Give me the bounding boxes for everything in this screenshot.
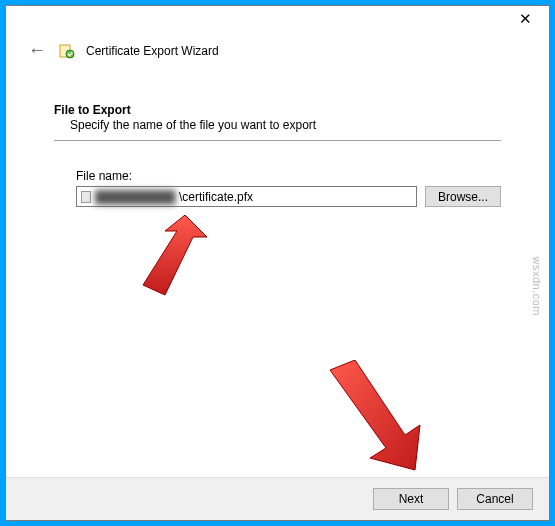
- browse-button[interactable]: Browse...: [425, 186, 501, 207]
- wizard-content: File to Export Specify the name of the f…: [6, 73, 549, 477]
- file-path-visible: \certificate.pfx: [179, 190, 253, 204]
- divider: [54, 140, 501, 141]
- back-arrow-icon[interactable]: ←: [26, 38, 48, 63]
- titlebar: ✕: [6, 6, 549, 32]
- wizard-window: ✕ ← Certificate Export Wizard File to Ex…: [5, 5, 550, 521]
- file-field-row: ██████████\certificate.pfx Browse...: [76, 186, 501, 207]
- wizard-footer: Next Cancel: [6, 477, 549, 520]
- file-path-hidden: ██████████: [95, 190, 175, 204]
- file-name-input[interactable]: ██████████\certificate.pfx: [76, 186, 417, 207]
- file-icon: [81, 191, 91, 203]
- watermark: wsxdn.com: [531, 256, 543, 316]
- next-button[interactable]: Next: [373, 488, 449, 510]
- wizard-title: Certificate Export Wizard: [86, 44, 219, 58]
- section-title: File to Export: [54, 103, 501, 117]
- section-subtitle: Specify the name of the file you want to…: [54, 118, 501, 132]
- cancel-button[interactable]: Cancel: [457, 488, 533, 510]
- file-name-label: File name:: [76, 169, 501, 183]
- svg-point-1: [66, 50, 74, 58]
- wizard-header: ← Certificate Export Wizard: [6, 32, 549, 73]
- close-button[interactable]: ✕: [507, 8, 543, 30]
- certificate-wizard-icon: [58, 42, 76, 60]
- file-field-group: File name: ██████████\certificate.pfx Br…: [54, 169, 501, 207]
